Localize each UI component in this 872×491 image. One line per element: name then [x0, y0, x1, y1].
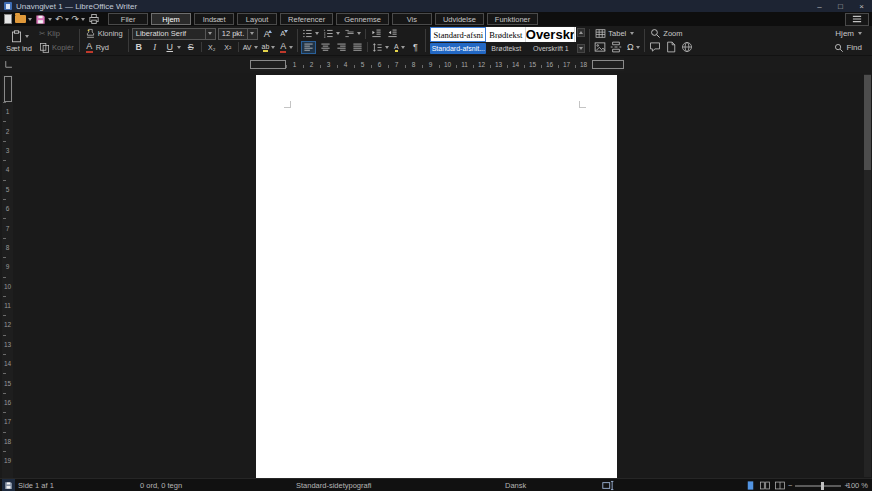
scrollbar-thumb[interactable] — [864, 75, 871, 170]
insert-table-button[interactable]: Tabel — [593, 27, 636, 40]
insert-mode-status[interactable] — [602, 479, 615, 491]
small-separator — [201, 42, 202, 52]
font-size-dropdown[interactable] — [247, 29, 257, 39]
maximize-button[interactable]: □ — [830, 0, 851, 12]
align-center-button[interactable] — [318, 41, 332, 54]
zoom-slider[interactable]: − + — [788, 479, 849, 491]
tab-gennemse[interactable]: Gennemse — [336, 13, 389, 25]
undo-button[interactable]: ↶ — [54, 13, 70, 25]
zoom-level-status[interactable]: 100 % — [847, 479, 868, 491]
tab-indsæt[interactable]: Indsæt — [194, 13, 234, 25]
font-color-button[interactable]: A — [278, 41, 294, 54]
insert-special-character-button[interactable]: Ω — [625, 41, 641, 54]
italic-button[interactable]: I — [148, 41, 162, 54]
h-ruler-tick: 14 — [507, 61, 524, 68]
minimize-button[interactable]: – — [809, 0, 830, 12]
style-label-3[interactable]: Overskrift 1 — [526, 43, 575, 54]
line-spacing-button[interactable] — [371, 41, 390, 54]
dropdown-arrow-icon — [25, 35, 29, 38]
highlight-color-button[interactable]: ab — [261, 41, 277, 54]
decrease-indent-button[interactable] — [385, 27, 399, 40]
styles-scroll-up-button[interactable] — [577, 28, 585, 37]
tab-filer[interactable]: Filer — [108, 13, 148, 25]
clear-formatting-button[interactable]: ARyd — [83, 41, 111, 54]
increase-indent-button[interactable] — [369, 27, 383, 40]
numbered-list-button[interactable] — [322, 27, 341, 40]
group-separator — [79, 29, 80, 52]
tab-layout[interactable]: Layout — [237, 13, 277, 25]
insert-comment-button[interactable] — [648, 41, 662, 54]
paragraph-background-button[interactable]: A — [392, 41, 406, 54]
grow-font-button[interactable]: A — [260, 27, 274, 40]
style-preview-1[interactable]: Standard-afsni — [430, 27, 486, 42]
clone-formatting-button[interactable]: Kloning — [83, 27, 125, 40]
multi-page-view-icon[interactable] — [759, 480, 771, 491]
zoom-slider-track[interactable] — [795, 485, 841, 487]
paste-button[interactable]: Sæt ind — [3, 27, 35, 55]
language-status[interactable]: Dansk — [505, 479, 526, 491]
footnote-page-icon — [665, 41, 677, 53]
style-label-1[interactable]: Standard-afsnit... — [430, 43, 486, 54]
tab-udvidelse[interactable]: Udvidelse — [435, 13, 484, 25]
new-document-button[interactable] — [3, 13, 13, 25]
bullet-list-button[interactable] — [301, 27, 320, 40]
align-justify-button[interactable] — [350, 41, 364, 54]
zoom-out-button[interactable]: − — [788, 479, 792, 491]
tab-stop-selector-icon[interactable] — [3, 59, 14, 70]
table-label: Tabel — [608, 29, 626, 38]
align-right-button[interactable] — [334, 41, 348, 54]
align-left-button[interactable] — [301, 41, 316, 54]
page-style-status[interactable]: Standard-sidetypografi — [296, 479, 371, 491]
word-count-status[interactable]: 0 ord, 0 tegn — [140, 479, 182, 491]
font-size-combobox[interactable]: 12 pkt. — [218, 28, 258, 40]
subscript-button[interactable]: X₂ — [205, 41, 219, 54]
style-label-2[interactable]: Brødtekst — [486, 43, 526, 54]
superscript-button[interactable]: X² — [221, 41, 235, 54]
tab-referencer[interactable]: Referencer — [280, 13, 333, 25]
formatting-marks-button[interactable]: ¶ — [408, 41, 422, 54]
style-preview-3[interactable]: Overskr — [526, 27, 575, 42]
save-status-button[interactable] — [2, 479, 15, 491]
cut-button[interactable]: ✂Klip — [37, 27, 62, 40]
underline-icon: U — [165, 42, 175, 52]
book-view-icon[interactable] — [774, 480, 786, 491]
styles-scroll-down-button[interactable] — [577, 44, 585, 53]
menubar-toggle-button[interactable] — [845, 13, 869, 26]
zoom-button[interactable]: Zoom — [648, 27, 684, 40]
strikethrough-button[interactable]: S — [184, 41, 198, 54]
tab-hjem[interactable]: Hjem — [151, 13, 191, 25]
font-name-dropdown[interactable] — [205, 29, 215, 39]
document-page[interactable] — [256, 75, 617, 478]
close-button[interactable]: × — [851, 0, 872, 12]
underline-button[interactable]: U — [164, 41, 182, 54]
insert-hyperlink-button[interactable] — [680, 41, 694, 54]
outline-list-button[interactable] — [343, 27, 362, 40]
v-ruler-tick: 3 — [2, 141, 13, 160]
vertical-scrollbar[interactable] — [864, 74, 871, 477]
insert-page-break-button[interactable] — [609, 41, 623, 54]
shrink-font-button[interactable]: A — [276, 27, 290, 40]
v-ruler-tick: 15 — [2, 373, 13, 392]
styles-labels: Standard-afsnit...BrødtekstOverskrift 1 — [430, 42, 576, 54]
redo-button[interactable]: ↷ — [71, 13, 87, 25]
tab-vis[interactable]: Vis — [392, 13, 432, 25]
app-icon — [4, 2, 12, 10]
print-button[interactable] — [87, 13, 101, 25]
h-ruler-tick: 8 — [405, 61, 422, 68]
find-button[interactable]: Find — [832, 41, 864, 54]
page-count-status[interactable]: Side 1 af 1 — [18, 479, 54, 491]
style-preview-2[interactable]: Brødtekst — [486, 27, 526, 42]
open-button[interactable] — [14, 13, 33, 25]
font-name-combobox[interactable]: Liberation Serif — [132, 28, 216, 40]
context-menu-button[interactable]: Hjem — [833, 27, 864, 40]
character-spacing-button[interactable]: AV — [242, 41, 259, 54]
zoom-slider-thumb[interactable] — [821, 482, 824, 490]
bold-button[interactable]: B — [132, 41, 146, 54]
insert-footnote-button[interactable] — [664, 41, 678, 54]
tab-funktioner[interactable]: Funktioner — [487, 13, 538, 25]
save-button[interactable] — [34, 13, 53, 25]
dropdown-arrow-icon — [65, 18, 69, 21]
insert-image-button[interactable] — [593, 41, 607, 54]
copy-button[interactable]: Kopiér — [37, 41, 76, 54]
single-page-view-icon[interactable] — [745, 480, 756, 491]
